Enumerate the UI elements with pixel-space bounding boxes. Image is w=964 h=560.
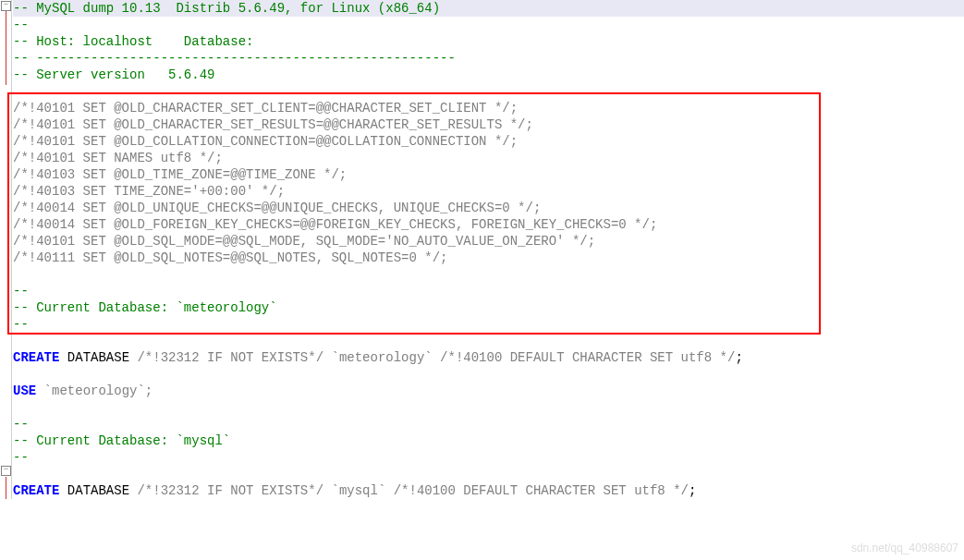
fold-toggle-icon[interactable]: − bbox=[1, 1, 11, 11]
code-line: -- Server version 5.6.49 bbox=[13, 67, 964, 83]
code-line: -- -------------------------------------… bbox=[13, 50, 964, 67]
code-line: -- Current Database: `mysql` bbox=[13, 432, 964, 449]
code-line: CREATE DATABASE /*!32312 IF NOT EXISTS*/… bbox=[13, 482, 964, 499]
keyword-create: CREATE bbox=[13, 350, 59, 365]
hint-comment: /*!32312 IF NOT EXISTS*/ bbox=[137, 350, 323, 365]
code-line bbox=[13, 466, 964, 482]
fold-guide-line bbox=[6, 477, 6, 499]
identifier: `meteorology`; bbox=[36, 383, 153, 398]
code-line: USE `meteorology`; bbox=[13, 383, 964, 399]
code-line: -- bbox=[13, 416, 964, 432]
code-line bbox=[13, 366, 964, 383]
code-text: ; bbox=[689, 483, 696, 498]
code-line: -- MySQL dump 10.13 Distrib 5.6.49, for … bbox=[13, 0, 964, 17]
code-line bbox=[13, 399, 964, 416]
fold-guide-line bbox=[6, 11, 6, 85]
identifier: `mysql` bbox=[323, 483, 394, 498]
hint-comment: /*!40100 DEFAULT CHARACTER SET utf8 */ bbox=[394, 483, 689, 498]
identifier: `meteorology` bbox=[323, 350, 440, 365]
code-line bbox=[13, 333, 964, 349]
hint-comment: /*!40100 DEFAULT CHARACTER SET utf8 */ bbox=[440, 350, 735, 365]
code-line: -- Host: localhost Database: bbox=[13, 33, 964, 50]
hint-comment: /*!32312 IF NOT EXISTS*/ bbox=[137, 483, 323, 498]
keyword-create: CREATE bbox=[13, 483, 59, 498]
code-line: -- bbox=[13, 449, 964, 466]
highlight-box bbox=[7, 92, 821, 335]
watermark-text: sdn.net/qq_40988607 bbox=[851, 540, 958, 556]
code-line: -- bbox=[13, 17, 964, 33]
fold-toggle-icon[interactable]: − bbox=[1, 466, 11, 476]
code-line: CREATE DATABASE /*!32312 IF NOT EXISTS*/… bbox=[13, 349, 964, 366]
code-text: DATABASE bbox=[59, 483, 137, 498]
keyword-use: USE bbox=[13, 383, 36, 398]
code-text: DATABASE bbox=[59, 350, 137, 365]
code-text: ; bbox=[735, 350, 742, 365]
